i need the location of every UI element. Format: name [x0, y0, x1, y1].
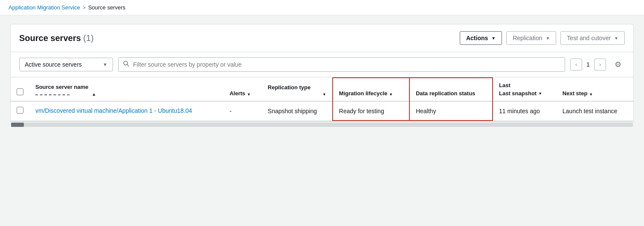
col-header-replication-type: Replication type ▼ [262, 78, 333, 101]
cell-migration-lifecycle: Ready for testing [333, 101, 409, 120]
col-header-next-step: Next step ▼ [557, 78, 633, 101]
breadcrumb-app-link[interactable]: Application Migration Service [9, 4, 80, 11]
next-page-button[interactable]: › [594, 59, 606, 70]
row-checkbox-cell [11, 101, 29, 120]
filter-row: Active source servers ▼ ‹ 1 › ⚙ [10, 52, 634, 77]
cell-last-snapshot: 11 minutes ago [493, 101, 557, 120]
replication-chevron-icon: ▼ [545, 36, 550, 41]
page-title: Source servers (1) [19, 33, 94, 43]
alerts-chevron-icon: ▼ [247, 92, 251, 97]
row-checkbox[interactable] [17, 107, 23, 114]
page-title-container: Source servers (1) [19, 33, 94, 43]
cell-next-step: Launch test instance [557, 101, 633, 120]
test-cutover-chevron-icon: ▼ [614, 36, 618, 41]
col-header-migration-lifecycle: Migration lifecycle ▼ [333, 78, 409, 101]
server-name-link[interactable]: vm/Discovered virtual machine/Applicatio… [35, 107, 192, 114]
cell-source-server-name: vm/Discovered virtual machine/Applicatio… [29, 101, 223, 120]
header-actions: Actions ▼ Replication ▼ Test and cutover… [460, 31, 625, 45]
table-body: vm/Discovered virtual machine/Applicatio… [11, 101, 633, 120]
chevron-left-icon: ‹ [575, 62, 577, 68]
col-header-alerts: Alerts ▼ [223, 78, 262, 101]
search-icon [123, 60, 130, 69]
search-wrapper [118, 57, 565, 72]
page-header: Source servers (1) Actions ▼ Replication… [10, 24, 634, 52]
replication-type-chevron-icon: ▼ [322, 92, 326, 97]
select-all-header [11, 78, 29, 101]
prev-page-button[interactable]: ‹ [570, 59, 582, 70]
breadcrumb-current: Source servers [88, 4, 125, 11]
next-step-chevron-icon: ▼ [589, 92, 593, 97]
dropdown-label: Active source servers [25, 61, 82, 68]
pagination-controls: ‹ 1 › [570, 59, 606, 70]
replication-button[interactable]: Replication ▼ [506, 31, 556, 45]
migration-lifecycle-chevron-icon: ▼ [389, 92, 393, 97]
sort-asc-icon: ▲ [92, 92, 96, 97]
col-sort-underline [35, 94, 70, 95]
page-number: 1 [585, 61, 592, 68]
svg-line-1 [127, 65, 129, 66]
gear-icon: ⚙ [615, 60, 621, 69]
dropdown-chevron-icon: ▼ [103, 62, 107, 67]
test-cutover-button[interactable]: Test and cutover ▼ [560, 31, 625, 45]
scroll-thumb [11, 123, 24, 127]
col-header-last-snapshot: Last Last snapshot ▼ [493, 78, 557, 101]
search-input[interactable] [133, 61, 560, 68]
cell-alerts: - [223, 101, 262, 120]
last-snapshot-chevron-icon: ▼ [538, 91, 542, 96]
scroll-track [11, 123, 633, 127]
scroll-indicator[interactable] [10, 121, 634, 127]
col-header-data-replication-status: Data replication status [409, 78, 493, 101]
table-container: Source server name ▲ Alerts ▼ [10, 77, 634, 121]
table-settings-button[interactable]: ⚙ [611, 58, 625, 71]
chevron-right-icon: › [599, 62, 601, 68]
page-count: (1) [83, 33, 93, 43]
source-servers-table: Source server name ▲ Alerts ▼ [11, 77, 633, 121]
table-header-row: Source server name ▲ Alerts ▼ [11, 78, 633, 101]
cell-replication-type: Snapshot shipping [262, 101, 333, 120]
breadcrumb: Application Migration Service > Source s… [0, 0, 644, 15]
breadcrumb-separator: > [83, 5, 86, 11]
col-header-source-server-name: Source server name ▲ [29, 78, 223, 101]
main-content: Source servers (1) Actions ▼ Replication… [0, 15, 644, 136]
select-all-checkbox[interactable] [17, 88, 23, 95]
table-row: vm/Discovered virtual machine/Applicatio… [11, 101, 633, 120]
actions-chevron-icon: ▼ [491, 36, 496, 41]
cell-data-replication-status: Healthy [409, 101, 493, 120]
active-source-servers-dropdown[interactable]: Active source servers ▼ [19, 58, 113, 71]
actions-button[interactable]: Actions ▼ [460, 31, 502, 45]
